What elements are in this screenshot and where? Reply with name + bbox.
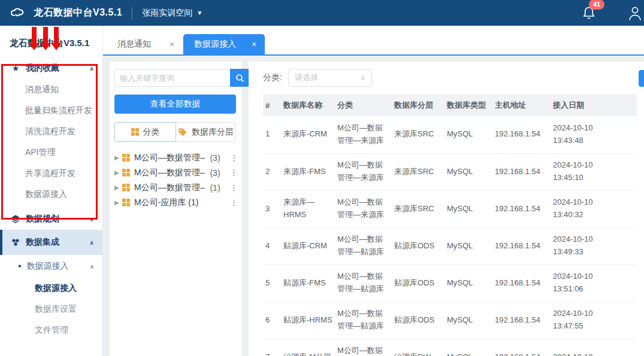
table-row[interactable]: 7 治理库-M公司 M公司—数据管 治理库DW MySQL 192.168.1.… bbox=[263, 339, 637, 356]
cell-db-type: MySQL bbox=[445, 153, 492, 190]
table-row[interactable]: 5 贴源库-FMS M公司—数据管理—贴源库 贴源库ODS MySQL 192.… bbox=[263, 264, 637, 302]
tree-node-label: M公司—数据管理—... bbox=[134, 153, 205, 163]
view-all-data-button[interactable]: 查看全部数据 bbox=[114, 95, 236, 114]
category-grid-icon bbox=[122, 154, 130, 162]
user-icon bbox=[627, 5, 643, 22]
tree-node[interactable]: ▶ M公司-应用库 (1) ⋮ bbox=[114, 195, 236, 210]
tree-node[interactable]: ▶ M公司—数据管理—... (3) ⋮ bbox=[114, 165, 236, 180]
more-actions-icon[interactable]: ⋮ bbox=[230, 198, 236, 207]
tab-bar: 消息通知 × 数据源接入 × bbox=[103, 26, 644, 56]
category-select[interactable]: 请选择 ∨ bbox=[288, 69, 372, 87]
close-icon[interactable]: × bbox=[252, 39, 256, 49]
sidebar-item-message-notice[interactable]: 消息通知 bbox=[0, 79, 102, 100]
clipped-action-button[interactable] bbox=[639, 70, 644, 87]
cell-category: M公司—数据管 bbox=[335, 339, 392, 356]
sidebar-leaf-file-management[interactable]: 文件管理 bbox=[0, 320, 102, 340]
bullet-icon: • bbox=[18, 261, 22, 271]
filter-label: 分类: bbox=[263, 72, 282, 83]
table-row[interactable]: 4 贴源库-CRM M公司—数据管理—贴源库 贴源库ODS MySQL 192.… bbox=[263, 227, 637, 264]
datasource-table: # 数据库名称 分类 数据库分层 数据库类型 主机地址 接入日期 1 来源库-C… bbox=[263, 95, 637, 356]
table-header: # 数据库名称 分类 数据库分层 数据库类型 主机地址 接入日期 bbox=[263, 95, 637, 116]
tab-content: 查看全部数据 分类 数据库分层 ▶ M公司— bbox=[103, 56, 644, 356]
table-row[interactable]: 2 来源库-FMS M公司—数据管理—来源库 来源库SRC MySQL 192.… bbox=[263, 153, 637, 190]
sidebar-section-label: 我的收藏 bbox=[26, 63, 59, 74]
keyword-search-input[interactable] bbox=[114, 69, 230, 87]
more-actions-icon[interactable]: ⋮ bbox=[230, 183, 236, 192]
workspace-name: 张雨实训空间 bbox=[142, 8, 192, 19]
cell-host: 192.168.1.54 bbox=[492, 190, 551, 227]
cell-db-layer: 治理库DW bbox=[392, 339, 445, 356]
workspace-switcher[interactable]: 张雨实训空间 ▼ bbox=[142, 8, 202, 19]
sidebar-title: 龙石数据中台V3.5.1 bbox=[0, 26, 102, 57]
sidebar-item-api-management[interactable]: API管理 bbox=[0, 142, 102, 163]
top-bar: 龙石数据中台V3.5.1 张雨实训空间 ▼ 41 bbox=[0, 0, 644, 26]
topbar-divider bbox=[132, 7, 132, 19]
caret-right-icon[interactable]: ▶ bbox=[114, 169, 122, 176]
table-panel: 分类: 请选择 ∨ # 数据库名称 分类 数据库分层 bbox=[249, 62, 644, 356]
time-line: 13:45:10 bbox=[553, 172, 634, 184]
toggle-layer-button[interactable]: 数据库分层 bbox=[176, 122, 236, 142]
cell-db-name: 贴源库-FMS bbox=[281, 264, 335, 302]
chevron-up-icon: ∧ bbox=[89, 239, 94, 246]
sidebar-section-label: 数据规划 bbox=[26, 214, 59, 224]
cell-index: 2 bbox=[263, 153, 281, 190]
sidebar-item-cleaning-flow[interactable]: 清洗流程开发 bbox=[0, 121, 102, 142]
cell-category: M公司—数据管理—来源库 bbox=[335, 190, 392, 227]
tree-node-label: M公司—数据管理—... bbox=[134, 182, 205, 193]
sidebar: 龙石数据中台V3.5.1 ★ 我的收藏 ∧ 消息通知 批量归集流程开发 清洗流程… bbox=[0, 26, 103, 356]
user-menu-button[interactable] bbox=[627, 5, 643, 22]
filter-row: 分类: 请选择 ∨ bbox=[263, 69, 636, 87]
col-db-layer: 数据库分层 bbox=[392, 95, 445, 116]
table-row[interactable]: 3 来源库—HRMS M公司—数据管理—来源库 来源库SRC MySQL 192… bbox=[263, 190, 637, 227]
tree-node[interactable]: ▶ M公司—数据管理—... (3) ⋮ bbox=[114, 150, 236, 165]
tree-node[interactable]: ▶ M公司—数据管理—... (1) ⋮ bbox=[114, 180, 236, 195]
col-db-name: 数据库名称 bbox=[281, 95, 335, 116]
tree-node-count: (3) bbox=[210, 168, 220, 178]
sidebar-section-data-integration[interactable]: 数据集成 ∧ bbox=[0, 230, 102, 255]
cell-db-type: MySQL bbox=[445, 116, 492, 153]
date-line: 2024-10-10 bbox=[553, 196, 634, 209]
more-actions-icon[interactable]: ⋮ bbox=[230, 153, 236, 162]
cell-access-date: 2024-10-10 13:49:33 bbox=[551, 227, 637, 264]
sidebar-item-datasource-access[interactable]: 数据源接入 bbox=[0, 184, 102, 205]
tab-message-notice[interactable]: 消息通知 × bbox=[107, 34, 183, 54]
notifications-button[interactable]: 41 bbox=[582, 5, 596, 21]
sidebar-leaf-datasource-access[interactable]: 数据源接入 bbox=[0, 278, 102, 299]
sidebar-leaf-database-settings[interactable]: 数据库设置 bbox=[0, 299, 102, 320]
cell-category: M公司—数据管理—贴源库 bbox=[335, 302, 392, 339]
category-grid-icon bbox=[122, 199, 130, 206]
cell-db-layer: 贴源库ODS bbox=[392, 264, 445, 302]
sidebar-item-sharing-flow[interactable]: 共享流程开发 bbox=[0, 163, 102, 184]
table-row[interactable]: 1 来源库-CRM M公司—数据管理—来源库 来源库SRC MySQL 192.… bbox=[263, 116, 637, 153]
cell-access-date: 2024-10-10 13:51:06 bbox=[551, 264, 637, 302]
col-host: 主机地址 bbox=[492, 95, 551, 116]
time-line: 13:47:55 bbox=[553, 320, 634, 333]
cell-index: 3 bbox=[263, 190, 281, 227]
more-actions-icon[interactable]: ⋮ bbox=[230, 168, 236, 177]
cell-host: 192.168.1.54 bbox=[492, 227, 551, 264]
caret-right-icon[interactable]: ▶ bbox=[114, 184, 122, 191]
table-row[interactable]: 6 贴源库-HRMS M公司—数据管理—贴源库 贴源库ODS MySQL 192… bbox=[263, 302, 637, 339]
tab-datasource-access[interactable]: 数据源接入 × bbox=[183, 34, 265, 54]
sidebar-section-data-planning[interactable]: 数据规划 ∨ bbox=[0, 208, 102, 230]
toggle-category-button[interactable]: 分类 bbox=[114, 122, 176, 142]
layers-icon bbox=[10, 214, 21, 224]
cell-db-layer: 来源库SRC bbox=[392, 190, 445, 227]
select-placeholder: 请选择 bbox=[295, 72, 318, 83]
search-button[interactable] bbox=[230, 69, 250, 87]
sidebar-group-datasource-access[interactable]: • 数据源接入 ∧ bbox=[0, 255, 102, 278]
time-line: 13:49:33 bbox=[553, 246, 634, 258]
chevron-down-icon: ∨ bbox=[89, 216, 94, 223]
cell-db-name: 来源库-CRM bbox=[281, 116, 335, 153]
sidebar-section-favorites[interactable]: ★ 我的收藏 ∧ bbox=[0, 57, 102, 79]
col-index: # bbox=[263, 95, 281, 116]
caret-right-icon[interactable]: ▶ bbox=[114, 199, 122, 206]
close-icon[interactable]: × bbox=[170, 39, 174, 49]
toggle-label: 数据库分层 bbox=[192, 127, 234, 138]
caret-right-icon[interactable]: ▶ bbox=[114, 154, 122, 161]
cell-category: M公司—数据管理—贴源库 bbox=[335, 227, 392, 264]
tab-label: 数据源接入 bbox=[194, 39, 236, 50]
cell-db-type: MySQL bbox=[445, 190, 492, 227]
tree-panel: 查看全部数据 分类 数据库分层 ▶ M公司— bbox=[110, 62, 241, 356]
sidebar-item-batch-collection[interactable]: 批量归集流程开发 bbox=[0, 100, 102, 121]
